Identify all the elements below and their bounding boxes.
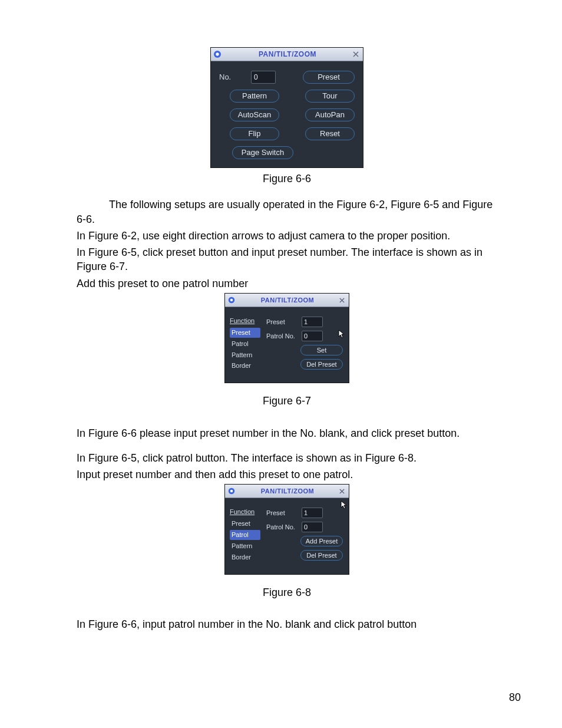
dialog-title: PAN/TILT/ZOOM xyxy=(224,50,351,59)
row-autoscan-autopan: AutoScan AutoPan xyxy=(219,108,355,121)
patrol-label: Patrol No. xyxy=(266,523,298,532)
function-heading: Function xyxy=(230,317,260,325)
body-paragraph: In Figure 6-2, use eight direction arrow… xyxy=(77,229,497,243)
patrol-label: Patrol No. xyxy=(266,332,298,341)
preset-row: Preset 1 xyxy=(266,508,343,518)
reset-button[interactable]: Reset xyxy=(305,127,355,140)
dialog-body: No. 0 Preset Pattern Tour AutoScan AutoP… xyxy=(211,61,363,167)
close-icon[interactable] xyxy=(337,486,346,496)
patrol-input[interactable]: 0 xyxy=(302,522,323,532)
ptz-dialog-fig68: PAN/TILT/ZOOM Function Preset Patrol Pat… xyxy=(224,484,349,574)
function-item-pattern[interactable]: Pattern xyxy=(230,541,260,551)
dialog-titlebar: PAN/TILT/ZOOM xyxy=(225,485,349,498)
ptz-dialog-fig66: PAN/TILT/ZOOM No. 0 Preset Pattern Tour … xyxy=(210,47,363,168)
tour-button[interactable]: Tour xyxy=(305,90,355,103)
del-preset-button[interactable]: Del Preset xyxy=(300,550,343,561)
function-list: Function Preset Patrol Pattern Border xyxy=(230,508,260,562)
flip-button[interactable]: Flip xyxy=(230,127,279,140)
camera-icon xyxy=(226,486,237,496)
page-switch-button[interactable]: Page Switch xyxy=(232,146,293,159)
function-item-pattern[interactable]: Pattern xyxy=(230,350,260,360)
body-paragraph: In Figure 6-6, input patrol number in th… xyxy=(77,617,497,631)
document-page: PAN/TILT/ZOOM No. 0 Preset Pattern Tour … xyxy=(0,0,562,728)
preset-input[interactable]: 1 xyxy=(302,508,323,518)
camera-icon xyxy=(226,295,237,305)
preset-label: Preset xyxy=(266,318,298,327)
figure-caption-67: Figure 6-7 xyxy=(77,394,497,408)
function-item-patrol[interactable]: Patrol xyxy=(230,530,260,540)
svg-point-5 xyxy=(230,299,233,302)
svg-point-1 xyxy=(216,52,219,55)
no-label: No. xyxy=(219,72,238,83)
pattern-button[interactable]: Pattern xyxy=(230,90,279,103)
patrol-row: Patrol No. 0 xyxy=(266,331,343,341)
row-pattern-tour: Pattern Tour xyxy=(219,90,355,103)
patrol-row: Patrol No. 0 xyxy=(266,522,343,532)
dialog-body: Function Preset Patrol Pattern Border Pr… xyxy=(225,307,349,383)
row-flip-reset: Flip Reset xyxy=(219,127,355,140)
cursor-icon xyxy=(340,500,348,510)
patrol-input[interactable]: 0 xyxy=(302,331,323,341)
svg-point-9 xyxy=(230,490,233,493)
close-icon[interactable] xyxy=(337,295,346,305)
del-preset-button[interactable]: Del Preset xyxy=(300,359,343,370)
dialog-titlebar: PAN/TILT/ZOOM xyxy=(225,294,349,307)
figure-caption-68: Figure 6-8 xyxy=(77,585,497,599)
dialog-body: Function Preset Patrol Pattern Border Pr… xyxy=(225,498,349,574)
autoscan-button[interactable]: AutoScan xyxy=(230,108,279,121)
body-paragraph: The following setups are usually operate… xyxy=(77,197,497,226)
preset-row: Preset 1 xyxy=(266,317,343,327)
body-paragraph: In Figure 6-5, click patrol button. The … xyxy=(77,451,497,465)
row-page-switch: Page Switch xyxy=(219,146,355,159)
function-item-border[interactable]: Border xyxy=(230,552,260,562)
no-input[interactable]: 0 xyxy=(251,71,276,84)
body-paragraph: Input preset number and then add this pr… xyxy=(77,467,497,482)
figure-caption-66: Figure 6-6 xyxy=(77,172,497,186)
page-number: 80 xyxy=(509,690,521,704)
body-paragraph: In Figure 6-6 please input preset number… xyxy=(77,426,497,440)
add-preset-button[interactable]: Add Preset xyxy=(300,536,343,546)
function-item-patrol[interactable]: Patrol xyxy=(230,339,260,349)
preset-input[interactable]: 1 xyxy=(302,317,323,327)
right-column: Preset 1 Patrol No. 0 Add Preset Del Pre… xyxy=(266,508,343,562)
function-item-preset[interactable]: Preset xyxy=(230,328,260,338)
dialog-title: PAN/TILT/ZOOM xyxy=(238,296,337,305)
right-column: Preset 1 Patrol No. 0 Set Del Preset xyxy=(266,317,343,371)
body-paragraph: Add this preset to one patrol number xyxy=(77,276,497,291)
camera-icon xyxy=(212,49,223,60)
close-icon[interactable] xyxy=(351,50,361,59)
function-list: Function Preset Patrol Pattern Border xyxy=(230,317,260,371)
cursor-icon xyxy=(338,330,345,339)
set-button[interactable]: Set xyxy=(300,345,343,355)
function-item-border[interactable]: Border xyxy=(230,361,260,371)
ptz-dialog-fig67: PAN/TILT/ZOOM Function Preset Patrol Pat… xyxy=(224,293,349,383)
function-heading: Function xyxy=(230,508,260,516)
preset-button[interactable]: Preset xyxy=(303,71,355,84)
dialog-titlebar: PAN/TILT/ZOOM xyxy=(211,48,363,61)
preset-label: Preset xyxy=(266,509,298,518)
body-paragraph: In Figure 6-5, click preset button and i… xyxy=(77,245,497,274)
dialog-title: PAN/TILT/ZOOM xyxy=(238,487,337,496)
autopan-button[interactable]: AutoPan xyxy=(305,108,355,121)
function-item-preset[interactable]: Preset xyxy=(230,519,260,529)
row-no-preset: No. 0 Preset xyxy=(219,71,355,84)
